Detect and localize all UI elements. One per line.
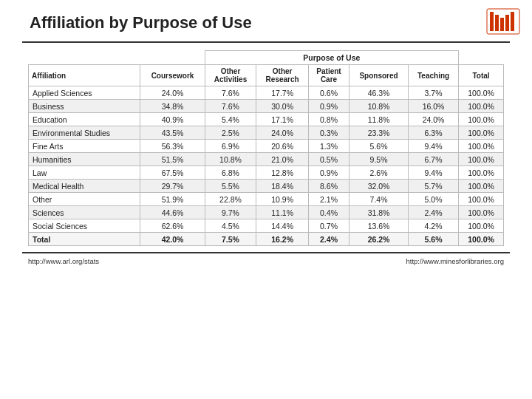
col-other-research: OtherResearch xyxy=(256,65,309,86)
cell-teaching: 6.3% xyxy=(409,126,459,140)
table-row: Sciences44.6%9.7%11.1%0.4%31.8%2.4%100.0… xyxy=(29,206,504,219)
table-row: Fine Arts56.3%6.9%20.6%1.3%5.6%9.4%100.0… xyxy=(29,140,504,153)
cell-total: 100.0% xyxy=(459,219,504,233)
cell-other_activities: 2.5% xyxy=(205,126,256,140)
table-row: Total42.0%7.5%16.2%2.4%26.2%5.6%100.0% xyxy=(29,233,504,246)
footer: http://www.arl.org/stats http://www.mine… xyxy=(22,257,510,265)
cell-other_research: 16.2% xyxy=(256,233,309,246)
cell-teaching: 16.0% xyxy=(409,100,459,113)
cell-other_activities: 22.8% xyxy=(205,193,256,206)
cell-patient_care: 0.8% xyxy=(308,113,349,126)
cell-total: 100.0% xyxy=(459,140,504,153)
cell-teaching: 3.7% xyxy=(409,86,459,100)
cell-affiliation: Social Sciences xyxy=(29,219,140,233)
cell-other_activities: 7.6% xyxy=(205,86,256,100)
table-row: Education40.9%5.4%17.1%0.8%11.8%24.0%100… xyxy=(29,113,504,126)
col-other-activities: OtherActivities xyxy=(205,65,256,86)
cell-teaching: 4.2% xyxy=(409,219,459,233)
cell-other_activities: 9.7% xyxy=(205,206,256,219)
cell-patient_care: 0.9% xyxy=(308,100,349,113)
cell-patient_care: 2.1% xyxy=(308,193,349,206)
cell-sponsored: 31.8% xyxy=(349,206,409,219)
cell-other_research: 21.0% xyxy=(256,153,309,166)
cell-teaching: 5.7% xyxy=(409,180,459,193)
cell-other_research: 20.6% xyxy=(256,140,309,153)
cell-sponsored: 10.8% xyxy=(349,100,409,113)
cell-sponsored: 9.5% xyxy=(349,153,409,166)
cell-coursework: 51.5% xyxy=(140,153,205,166)
cell-total: 100.0% xyxy=(459,233,504,246)
svg-rect-4 xyxy=(505,15,509,31)
cell-affiliation: Humanities xyxy=(29,153,140,166)
cell-other_activities: 10.8% xyxy=(205,153,256,166)
table-row: Humanities51.5%10.8%21.0%0.5%9.5%6.7%100… xyxy=(29,153,504,166)
cell-other_research: 10.9% xyxy=(256,193,309,206)
cell-coursework: 24.0% xyxy=(140,86,205,100)
table-row: Business34.8%7.6%30.0%0.9%10.8%16.0%100.… xyxy=(29,100,504,113)
cell-patient_care: 8.6% xyxy=(308,180,349,193)
cell-teaching: 9.4% xyxy=(409,140,459,153)
cell-affiliation: Fine Arts xyxy=(29,140,140,153)
footer-right: http://www.minesforlibraries.org xyxy=(406,257,504,265)
cell-total: 100.0% xyxy=(459,180,504,193)
cell-sponsored: 13.6% xyxy=(349,219,409,233)
logo xyxy=(485,7,521,35)
svg-rect-2 xyxy=(495,15,499,31)
blank-header2 xyxy=(140,51,205,65)
cell-coursework: 34.8% xyxy=(140,100,205,113)
top-divider xyxy=(22,41,510,43)
cell-affiliation: Other xyxy=(29,193,140,206)
cell-other_research: 30.0% xyxy=(256,100,309,113)
affiliation-table: Purpose of Use Affiliation Coursework Ot… xyxy=(28,50,504,246)
cell-patient_care: 0.6% xyxy=(308,86,349,100)
cell-other_activities: 6.9% xyxy=(205,140,256,153)
col-teaching: Teaching xyxy=(409,65,459,86)
svg-rect-5 xyxy=(511,12,514,31)
cell-other_activities: 4.5% xyxy=(205,219,256,233)
cell-sponsored: 7.4% xyxy=(349,193,409,206)
table-row: Applied Sciences24.0%7.6%17.7%0.6%46.3%3… xyxy=(29,86,504,100)
cell-teaching: 6.7% xyxy=(409,153,459,166)
cell-sponsored: 2.6% xyxy=(349,166,409,180)
cell-total: 100.0% xyxy=(459,206,504,219)
purpose-of-use-header: Purpose of Use xyxy=(205,51,458,65)
cell-teaching: 9.4% xyxy=(409,166,459,180)
cell-other_activities: 7.5% xyxy=(205,233,256,246)
col-group-header-row: Purpose of Use xyxy=(29,51,504,65)
col-patient-care: PatientCare xyxy=(308,65,349,86)
cell-teaching: 24.0% xyxy=(409,113,459,126)
page: Affiliation by Purpose of Use Purpose of… xyxy=(0,0,532,399)
cell-other_activities: 7.6% xyxy=(205,100,256,113)
svg-rect-3 xyxy=(500,18,504,31)
cell-coursework: 42.0% xyxy=(140,233,205,246)
cell-total: 100.0% xyxy=(459,100,504,113)
table-row: Environmental Studies43.5%2.5%24.0%0.3%2… xyxy=(29,126,504,140)
svg-rect-1 xyxy=(490,12,494,31)
cell-other_activities: 6.8% xyxy=(205,166,256,180)
cell-coursework: 40.9% xyxy=(140,113,205,126)
table-row: Social Sciences62.6%4.5%14.4%0.7%13.6%4.… xyxy=(29,219,504,233)
cell-affiliation: Applied Sciences xyxy=(29,86,140,100)
cell-sponsored: 32.0% xyxy=(349,180,409,193)
cell-coursework: 43.5% xyxy=(140,126,205,140)
cell-other_research: 18.4% xyxy=(256,180,309,193)
col-sponsored: Sponsored xyxy=(349,65,409,86)
cell-patient_care: 0.7% xyxy=(308,219,349,233)
cell-affiliation: Total xyxy=(29,233,140,246)
table-container: Purpose of Use Affiliation Coursework Ot… xyxy=(22,50,510,246)
cell-total: 100.0% xyxy=(459,86,504,100)
cell-patient_care: 1.3% xyxy=(308,140,349,153)
cell-coursework: 44.6% xyxy=(140,206,205,219)
col-affiliation: Affiliation xyxy=(29,65,140,86)
cell-affiliation: Environmental Studies xyxy=(29,126,140,140)
col-total: Total xyxy=(459,65,504,86)
cell-patient_care: 0.3% xyxy=(308,126,349,140)
cell-total: 100.0% xyxy=(459,113,504,126)
table-row: Law67.5%6.8%12.8%0.9%2.6%9.4%100.0% xyxy=(29,166,504,180)
col-coursework: Coursework xyxy=(140,65,205,86)
cell-affiliation: Medical Health xyxy=(29,180,140,193)
cell-total: 100.0% xyxy=(459,166,504,180)
cell-sponsored: 23.3% xyxy=(349,126,409,140)
cell-coursework: 67.5% xyxy=(140,166,205,180)
blank-header xyxy=(29,51,140,65)
